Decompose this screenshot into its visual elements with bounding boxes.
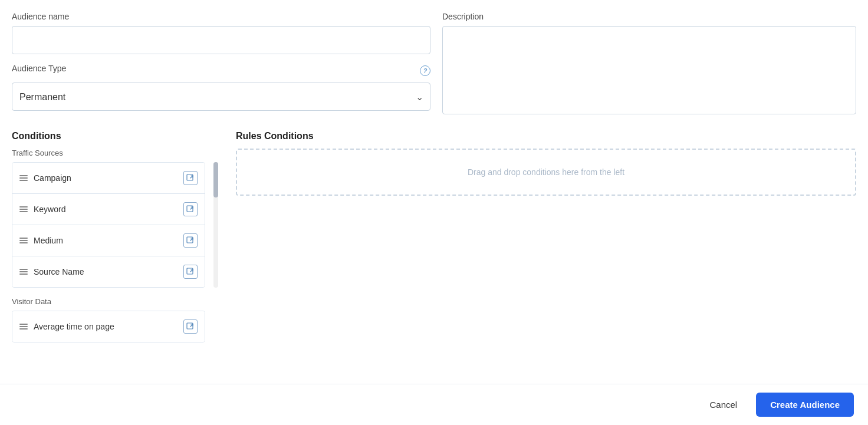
traffic-sources-list: Campaign <box>12 162 205 288</box>
rules-drop-zone[interactable]: Drag and drop conditions here from the l… <box>236 149 856 196</box>
list-item[interactable]: Campaign <box>12 163 205 194</box>
condition-label: Source Name <box>34 267 84 276</box>
drag-handle-icon <box>19 324 28 330</box>
list-item[interactable]: Keyword <box>12 194 205 225</box>
visitor-data-label: Visitor Data <box>12 297 212 306</box>
expand-icon[interactable] <box>183 233 198 248</box>
drag-handle-icon <box>19 175 28 181</box>
expand-icon[interactable] <box>183 171 198 185</box>
scrollbar-thumb[interactable] <box>213 162 218 197</box>
description-label: Description <box>442 12 856 21</box>
audience-type-help-icon[interactable]: ? <box>420 65 430 76</box>
expand-icon[interactable] <box>183 319 198 334</box>
expand-icon[interactable] <box>183 202 198 216</box>
traffic-sources-label: Traffic Sources <box>12 149 212 157</box>
description-input[interactable] <box>442 26 856 114</box>
audience-name-input[interactable] <box>12 26 430 54</box>
rules-title: Rules Conditions <box>236 131 856 141</box>
drag-handle-icon <box>19 238 28 243</box>
audience-type-label: Audience Type <box>12 64 66 73</box>
condition-label: Medium <box>34 236 63 245</box>
conditions-title: Conditions <box>12 131 212 141</box>
drop-zone-text: Drag and drop conditions here from the l… <box>468 167 624 177</box>
footer: Cancel Create Audience <box>0 384 868 425</box>
create-audience-button[interactable]: Create Audience <box>756 393 854 417</box>
scrollbar-track[interactable] <box>213 162 218 288</box>
cancel-button[interactable]: Cancel <box>700 395 747 414</box>
list-item[interactable]: Medium <box>12 225 205 256</box>
condition-label: Keyword <box>34 205 65 214</box>
drag-handle-icon <box>19 269 28 275</box>
condition-label: Campaign <box>34 173 71 183</box>
condition-label: Average time on page <box>34 322 114 331</box>
list-item[interactable]: Source Name <box>12 256 205 287</box>
list-item[interactable]: Average time on page <box>12 311 205 342</box>
audience-type-select[interactable]: Permanent Temporary <box>12 83 430 111</box>
drag-handle-icon <box>19 206 28 212</box>
expand-icon[interactable] <box>183 265 198 279</box>
visitor-data-list: Average time on page <box>12 311 205 342</box>
audience-name-label: Audience name <box>12 12 430 21</box>
